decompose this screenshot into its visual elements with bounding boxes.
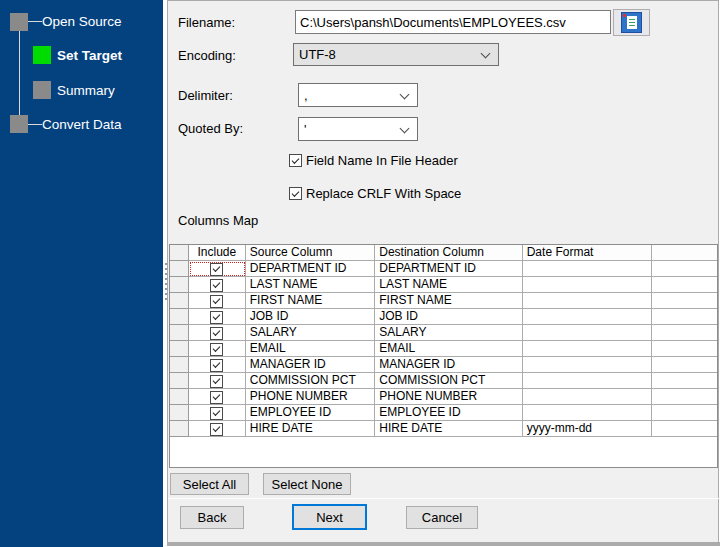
delimiter-select[interactable]: , — [298, 83, 418, 107]
date-format-cell[interactable] — [523, 341, 653, 357]
tree-connector-bottom — [27, 124, 42, 125]
source-column-cell[interactable]: EMAIL — [246, 341, 376, 357]
destination-column-header[interactable]: Destination Column — [375, 245, 522, 261]
include-cell[interactable] — [189, 309, 246, 325]
include-cell[interactable] — [189, 261, 246, 277]
replace-crlf-checkbox[interactable] — [289, 187, 302, 200]
source-column-cell[interactable]: SALARY — [246, 325, 376, 341]
chevron-down-icon — [481, 49, 491, 59]
row-header-cell[interactable] — [170, 405, 189, 421]
include-checkbox[interactable] — [210, 423, 223, 436]
include-cell[interactable] — [189, 373, 246, 389]
date-format-cell[interactable] — [523, 357, 653, 373]
include-cell[interactable] — [189, 277, 246, 293]
source-column-header[interactable]: Source Column — [246, 245, 376, 261]
corner-header-cell[interactable] — [170, 245, 189, 261]
include-cell[interactable] — [189, 405, 246, 421]
source-column-cell[interactable]: HIRE DATE — [246, 421, 376, 437]
field-name-in-header-checkbox[interactable] — [289, 154, 302, 167]
destination-column-cell[interactable]: DEPARTMENT ID — [375, 261, 522, 277]
table-header-row: Include Source Column Destination Column… — [170, 245, 717, 261]
destination-column-cell[interactable]: JOB ID — [375, 309, 522, 325]
row-header-cell[interactable] — [170, 389, 189, 405]
sidebar-item-set-target[interactable]: Set Target — [57, 48, 122, 63]
include-cell[interactable] — [189, 341, 246, 357]
field-name-in-header-option[interactable]: Field Name In File Header — [289, 153, 458, 168]
include-checkbox[interactable] — [210, 295, 223, 308]
include-cell[interactable] — [189, 357, 246, 373]
encoding-label: Encoding: — [178, 48, 236, 63]
date-format-column-header[interactable]: Date Format — [523, 245, 653, 261]
cancel-button[interactable]: Cancel — [406, 506, 478, 529]
filler-cell — [652, 293, 717, 309]
row-header-cell[interactable] — [170, 325, 189, 341]
sidebar-item-convert-data[interactable]: Convert Data — [42, 117, 122, 132]
row-header-cell[interactable] — [170, 261, 189, 277]
sidebar-item-open-source[interactable]: Open Source — [42, 14, 122, 29]
date-format-cell[interactable] — [523, 325, 653, 341]
destination-column-cell[interactable]: MANAGER ID — [375, 357, 522, 373]
encoding-select[interactable]: UTF-8 — [293, 43, 499, 66]
destination-column-cell[interactable]: HIRE DATE — [375, 421, 522, 437]
destination-column-cell[interactable]: EMPLOYEE ID — [375, 405, 522, 421]
source-column-cell[interactable]: PHONE NUMBER — [246, 389, 376, 405]
back-button[interactable]: Back — [180, 506, 244, 529]
date-format-cell[interactable] — [523, 389, 653, 405]
source-column-cell[interactable]: JOB ID — [246, 309, 376, 325]
include-checkbox[interactable] — [210, 263, 223, 276]
date-format-cell[interactable] — [523, 405, 653, 421]
include-cell[interactable] — [189, 421, 246, 437]
destination-column-cell[interactable]: SALARY — [375, 325, 522, 341]
replace-crlf-option[interactable]: Replace CRLF With Space — [289, 186, 461, 201]
sidebar-item-summary[interactable]: Summary — [57, 83, 115, 98]
source-column-cell[interactable]: EMPLOYEE ID — [246, 405, 376, 421]
include-checkbox[interactable] — [210, 343, 223, 356]
source-column-cell[interactable]: LAST NAME — [246, 277, 376, 293]
include-cell[interactable] — [189, 293, 246, 309]
include-checkbox[interactable] — [210, 375, 223, 388]
tree-vertical-line — [19, 31, 20, 117]
select-all-button[interactable]: Select All — [170, 473, 249, 495]
include-checkbox[interactable] — [210, 391, 223, 404]
delimiter-value: , — [304, 88, 308, 103]
date-format-cell[interactable] — [523, 373, 653, 389]
destination-column-cell[interactable]: PHONE NUMBER — [375, 389, 522, 405]
source-column-cell[interactable]: MANAGER ID — [246, 357, 376, 373]
row-header-cell[interactable] — [170, 341, 189, 357]
row-header-cell[interactable] — [170, 293, 189, 309]
date-format-cell[interactable] — [523, 261, 653, 277]
next-button[interactable]: Next — [292, 504, 367, 530]
destination-column-cell[interactable]: COMMISSION PCT — [375, 373, 522, 389]
include-checkbox[interactable] — [210, 327, 223, 340]
select-none-button[interactable]: Select None — [263, 473, 351, 495]
filler-header-cell — [652, 245, 717, 261]
row-header-cell[interactable] — [170, 309, 189, 325]
include-checkbox[interactable] — [210, 311, 223, 324]
filename-input[interactable] — [295, 10, 611, 34]
include-cell[interactable] — [189, 389, 246, 405]
source-column-cell[interactable]: FIRST NAME — [246, 293, 376, 309]
destination-column-cell[interactable]: FIRST NAME — [375, 293, 522, 309]
destination-column-cell[interactable]: LAST NAME — [375, 277, 522, 293]
table-row: JOB IDJOB ID — [170, 309, 717, 325]
quoted-by-select[interactable]: ' — [298, 117, 418, 141]
include-checkbox[interactable] — [210, 407, 223, 420]
include-cell[interactable] — [189, 325, 246, 341]
tree-connector-top — [27, 21, 42, 22]
row-header-cell[interactable] — [170, 357, 189, 373]
source-column-cell[interactable]: COMMISSION PCT — [246, 373, 376, 389]
date-format-cell[interactable] — [523, 293, 653, 309]
row-header-cell[interactable] — [170, 421, 189, 437]
include-column-header[interactable]: Include — [189, 245, 246, 261]
browse-file-button[interactable] — [613, 9, 650, 36]
row-header-cell[interactable] — [170, 373, 189, 389]
row-header-cell[interactable] — [170, 277, 189, 293]
date-format-cell[interactable]: yyyy-mm-dd — [523, 421, 653, 437]
destination-column-cell[interactable]: EMAIL — [375, 341, 522, 357]
include-checkbox[interactable] — [210, 359, 223, 372]
filler-cell — [652, 389, 717, 405]
source-column-cell[interactable]: DEPARTMENT ID — [246, 261, 376, 277]
include-checkbox[interactable] — [210, 279, 223, 292]
date-format-cell[interactable] — [523, 277, 653, 293]
date-format-cell[interactable] — [523, 309, 653, 325]
